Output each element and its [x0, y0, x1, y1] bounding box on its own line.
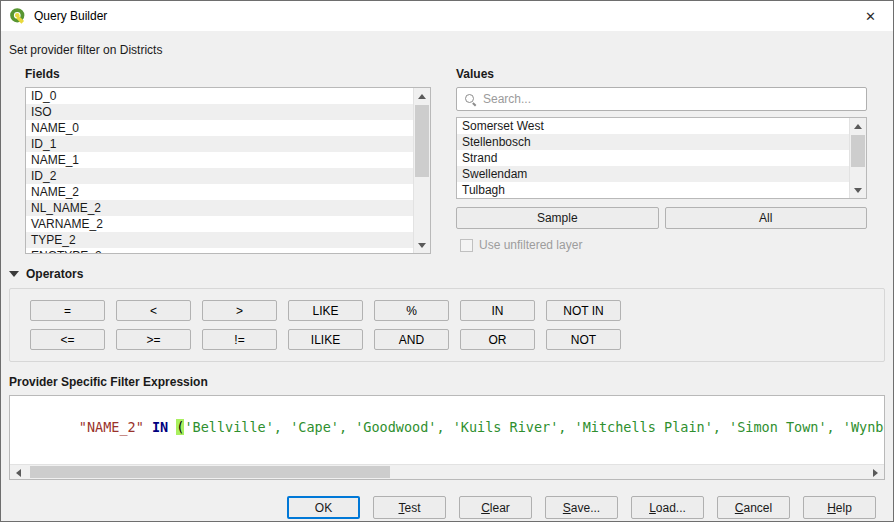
cancel-button[interactable]: Cancel — [717, 496, 790, 519]
expression-text[interactable]: "NAME_2" IN ('Bellville', 'Cape', 'Goodw… — [10, 396, 884, 451]
op-greater-equal-button[interactable]: >= — [116, 329, 191, 350]
field-item[interactable]: ID_1 — [26, 136, 413, 152]
top-section: Fields ID_0 ISO NAME_0 ID_1 NAME_1 ID_2 … — [25, 67, 867, 254]
use-unfiltered-checkbox[interactable] — [460, 239, 473, 252]
save-button[interactable]: Save... — [545, 496, 618, 519]
expression-field-token: "NAME_2" — [79, 419, 144, 435]
collapse-arrow-icon[interactable] — [9, 271, 19, 277]
help-button[interactable]: Help — [803, 496, 876, 519]
fields-label: Fields — [25, 67, 431, 81]
scroll-down-icon[interactable] — [414, 237, 430, 253]
op-not-button[interactable]: NOT — [546, 329, 621, 350]
op-percent-button[interactable]: % — [374, 300, 449, 321]
scroll-down-icon[interactable] — [850, 182, 866, 198]
clear-button[interactable]: Clear — [459, 496, 532, 519]
fields-scrollbar[interactable] — [413, 88, 430, 253]
qgis-icon — [9, 7, 27, 25]
expression-string-tokens: 'Bellville', 'Cape', 'Goodwood', 'Kuils … — [184, 419, 885, 435]
field-item[interactable]: TYPE_2 — [26, 232, 413, 248]
all-button[interactable]: All — [665, 207, 868, 229]
scroll-up-icon[interactable] — [850, 118, 866, 134]
op-ilike-button[interactable]: ILIKE — [288, 329, 363, 350]
field-item[interactable]: NAME_1 — [26, 152, 413, 168]
field-item[interactable]: NAME_2 — [26, 184, 413, 200]
operators-label: Operators — [26, 267, 83, 281]
scroll-up-icon[interactable] — [414, 88, 430, 104]
test-button[interactable]: Test — [373, 496, 446, 519]
dialog-subtitle: Set provider filter on Districts — [9, 43, 885, 57]
value-item[interactable]: Stellenbosch — [457, 134, 849, 150]
close-icon[interactable]: ✕ — [848, 1, 893, 31]
values-list[interactable]: Somerset West Stellenbosch Strand Swelle… — [456, 117, 867, 199]
field-item[interactable]: NAME_0 — [26, 120, 413, 136]
expression-hscrollbar[interactable] — [10, 464, 884, 479]
fields-list[interactable]: ID_0 ISO NAME_0 ID_1 NAME_1 ID_2 NAME_2 … — [25, 87, 431, 254]
op-not-in-button[interactable]: NOT IN — [546, 300, 621, 321]
query-builder-dialog: Query Builder ✕ Set provider filter on D… — [0, 0, 894, 522]
values-label: Values — [456, 67, 867, 81]
values-scrollbar[interactable] — [849, 118, 866, 198]
field-item[interactable]: ISO — [26, 104, 413, 120]
op-in-button[interactable]: IN — [460, 300, 535, 321]
op-or-button[interactable]: OR — [460, 329, 535, 350]
window-title: Query Builder — [34, 9, 107, 23]
expression-keyword-token: IN — [144, 419, 177, 435]
field-item[interactable]: ID_2 — [26, 168, 413, 184]
op-less-button[interactable]: < — [116, 300, 191, 321]
op-like-button[interactable]: LIKE — [288, 300, 363, 321]
scrollbar-thumb[interactable] — [851, 135, 865, 167]
scrollbar-thumb[interactable] — [415, 105, 429, 177]
op-not-equal-button[interactable]: != — [202, 329, 277, 350]
value-item[interactable]: Strand — [457, 150, 849, 166]
field-item[interactable]: ENGTYPE_2 — [26, 248, 413, 254]
op-greater-button[interactable]: > — [202, 300, 277, 321]
op-equals-button[interactable]: = — [30, 300, 105, 321]
search-icon — [464, 93, 477, 106]
op-and-button[interactable]: AND — [374, 329, 449, 350]
value-item[interactable]: Swellendam — [457, 166, 849, 182]
ok-button[interactable]: OK — [287, 496, 360, 519]
sample-button[interactable]: Sample — [456, 207, 659, 229]
scroll-left-icon[interactable] — [10, 465, 27, 480]
title-bar: Query Builder ✕ — [1, 1, 893, 31]
dialog-buttons: OK Test Clear Save... Load... Cancel Hel… — [1, 496, 876, 519]
filter-expression-editor[interactable]: "NAME_2" IN ('Bellville', 'Cape', 'Goodw… — [9, 395, 885, 480]
load-button[interactable]: Load... — [631, 496, 704, 519]
field-item[interactable]: NL_NAME_2 — [26, 200, 413, 216]
op-less-equal-button[interactable]: <= — [30, 329, 105, 350]
value-item[interactable]: Somerset West — [457, 118, 849, 134]
expression-label: Provider Specific Filter Expression — [9, 375, 885, 389]
operators-section: Operators = < > LIKE % IN NOT IN <= >= !… — [9, 267, 885, 362]
scroll-right-icon[interactable] — [867, 465, 884, 480]
use-unfiltered-label: Use unfiltered layer — [479, 238, 582, 252]
values-search-box[interactable] — [456, 87, 867, 111]
scrollbar-thumb[interactable] — [30, 466, 390, 478]
value-item[interactable]: Tulbagh — [457, 182, 849, 198]
values-search-input[interactable] — [483, 92, 859, 106]
field-item[interactable]: VARNAME_2 — [26, 216, 413, 232]
operators-header[interactable]: Operators — [9, 267, 885, 281]
operators-group: = < > LIKE % IN NOT IN <= >= != ILIKE AN… — [9, 288, 885, 362]
field-item[interactable]: ID_0 — [26, 88, 413, 104]
